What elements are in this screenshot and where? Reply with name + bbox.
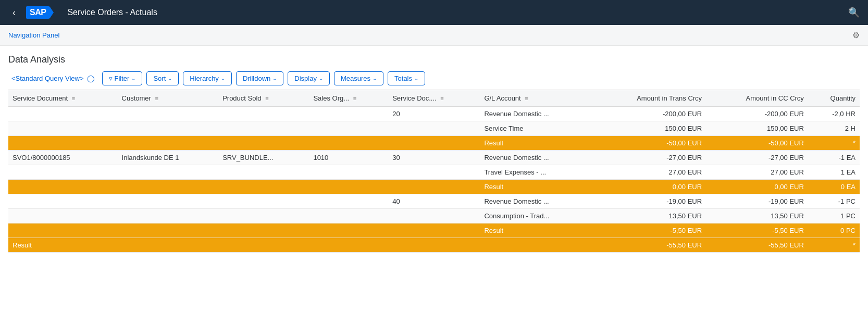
cell-product-sold xyxy=(218,136,309,151)
cell-customer xyxy=(118,136,219,151)
cell-quantity: -2,0 HR xyxy=(808,107,860,121)
final-result-label: Result xyxy=(8,238,593,253)
totals-chevron-icon: ⌄ xyxy=(414,76,418,81)
measures-button[interactable]: Measures ⌄ xyxy=(334,71,383,85)
cell-service-doc-item xyxy=(388,121,480,136)
col-customer[interactable]: Customer ≡ xyxy=(118,90,219,107)
cell-sales-org xyxy=(309,223,388,238)
cell-gl-account: Result xyxy=(480,136,593,151)
cell-amount-cc: 27,00 EUR xyxy=(706,165,808,180)
cell-service-doc xyxy=(8,180,118,194)
cell-gl-account: Result xyxy=(480,180,593,194)
cell-service-doc xyxy=(8,121,118,136)
sort-icon: ≡ xyxy=(525,95,528,102)
toolbar: <Standard Query View> ◯ ▿ Filter ⌄ Sort … xyxy=(8,71,860,90)
cell-customer xyxy=(118,165,219,180)
col-service-doc-item[interactable]: Service Doc.... ≡ xyxy=(388,90,480,107)
cell-service-doc-item: 40 xyxy=(388,194,480,209)
filter-button[interactable]: ▿ Filter ⌄ xyxy=(102,71,143,85)
cell-amount-cc: -200,00 EUR xyxy=(706,107,808,121)
result-row: Result0,00 EUR0,00 EUR0 EA xyxy=(8,180,860,194)
cell-amount-trans: 0,00 EUR xyxy=(593,180,706,194)
nav-panel-link[interactable]: Navigation Panel xyxy=(8,31,59,39)
display-button[interactable]: Display ⌄ xyxy=(288,71,330,85)
result-row: Result-5,50 EUR-5,50 EUR0 PC xyxy=(8,223,860,238)
nav-panel-bar: Navigation Panel ⚙ xyxy=(0,25,868,46)
filter-label: Filter xyxy=(115,74,130,82)
query-view-label: <Standard Query View> xyxy=(11,74,84,82)
sap-logo: SAP xyxy=(26,6,49,19)
cell-gl-account: Service Time xyxy=(480,121,593,136)
cell-service-doc xyxy=(8,107,118,121)
totals-button[interactable]: Totals ⌄ xyxy=(388,71,425,85)
table-row: 20Revenue Domestic ...-200,00 EUR-200,00… xyxy=(8,107,860,121)
cell-sales-org xyxy=(309,194,388,209)
cell-customer xyxy=(118,180,219,194)
main-content: Data Analysis <Standard Query View> ◯ ▿ … xyxy=(0,46,868,253)
cell-amount-trans: -200,00 EUR xyxy=(593,107,706,121)
hierarchy-chevron-icon: ⌄ xyxy=(221,76,225,81)
cell-quantity: 0 EA xyxy=(808,180,860,194)
cell-customer xyxy=(118,194,219,209)
col-product-sold[interactable]: Product Sold ≡ xyxy=(218,90,309,107)
cell-sales-org xyxy=(309,136,388,151)
cell-product-sold xyxy=(218,209,309,223)
cell-product-sold xyxy=(218,194,309,209)
data-table: Service Document ≡ Customer ≡ Product So… xyxy=(8,90,860,253)
col-sales-org[interactable]: Sales Org... ≡ xyxy=(309,90,388,107)
display-chevron-icon: ⌄ xyxy=(319,76,323,81)
table-row: Consumption - Trad...13,50 EUR13,50 EUR1… xyxy=(8,209,860,223)
query-view-icon: ◯ xyxy=(87,74,95,82)
final-quantity: * xyxy=(808,238,860,253)
cell-product-sold xyxy=(218,180,309,194)
sort-label: Sort xyxy=(153,74,166,82)
drilldown-button[interactable]: Drilldown ⌄ xyxy=(236,71,283,85)
filter-icon: ▿ xyxy=(109,74,113,82)
cell-gl-account: Travel Expenses - ... xyxy=(480,165,593,180)
cell-service-doc xyxy=(8,165,118,180)
page-title: Service Orders - Actuals xyxy=(67,8,157,17)
col-service-document[interactable]: Service Document ≡ xyxy=(8,90,118,107)
cell-gl-account: Consumption - Trad... xyxy=(480,209,593,223)
cell-amount-trans: 27,00 EUR xyxy=(593,165,706,180)
cell-gl-account: Revenue Domestic ... xyxy=(480,107,593,121)
cell-service-doc-item xyxy=(388,165,480,180)
final-result-row: Result-55,50 EUR-55,50 EUR* xyxy=(8,238,860,253)
back-button[interactable]: ‹ xyxy=(8,5,20,20)
cell-customer xyxy=(118,121,219,136)
cell-customer xyxy=(118,107,219,121)
cell-service-doc-item xyxy=(388,136,480,151)
cell-sales-org xyxy=(309,121,388,136)
cell-product-sold xyxy=(218,165,309,180)
sort-icon: ≡ xyxy=(72,95,75,102)
col-quantity: Quantity xyxy=(808,90,860,107)
totals-label: Totals xyxy=(394,74,412,82)
query-view-button[interactable]: <Standard Query View> ◯ xyxy=(8,72,98,84)
cell-amount-cc: 150,00 EUR xyxy=(706,121,808,136)
cell-amount-cc: -5,50 EUR xyxy=(706,223,808,238)
drilldown-chevron-icon: ⌄ xyxy=(272,76,277,81)
cell-service-doc-item xyxy=(388,180,480,194)
cell-amount-cc: -19,00 EUR xyxy=(706,194,808,209)
cell-quantity: -1 EA xyxy=(808,151,860,165)
table-row: SVO1/8000000185Inlandskunde DE 1SRV_BUND… xyxy=(8,151,860,165)
cell-sales-org xyxy=(309,107,388,121)
cell-product-sold xyxy=(218,107,309,121)
cell-quantity: -1 PC xyxy=(808,194,860,209)
sort-chevron-icon: ⌄ xyxy=(168,76,172,81)
display-label: Display xyxy=(294,74,317,82)
sort-button[interactable]: Sort ⌄ xyxy=(146,71,179,85)
hierarchy-button[interactable]: Hierarchy ⌄ xyxy=(183,71,232,85)
cell-amount-trans: -5,50 EUR xyxy=(593,223,706,238)
cell-quantity: 2 H xyxy=(808,121,860,136)
cell-customer xyxy=(118,223,219,238)
search-icon[interactable]: 🔍 xyxy=(848,7,860,18)
cell-quantity: * xyxy=(808,136,860,151)
cell-service-doc: SVO1/8000000185 xyxy=(8,151,118,165)
cell-product-sold: SRV_BUNDLE... xyxy=(218,151,309,165)
cell-service-doc xyxy=(8,223,118,238)
col-gl-account[interactable]: G/L Account ≡ xyxy=(480,90,593,107)
cell-amount-trans: -19,00 EUR xyxy=(593,194,706,209)
settings-icon[interactable]: ⚙ xyxy=(852,30,860,40)
cell-product-sold xyxy=(218,121,309,136)
